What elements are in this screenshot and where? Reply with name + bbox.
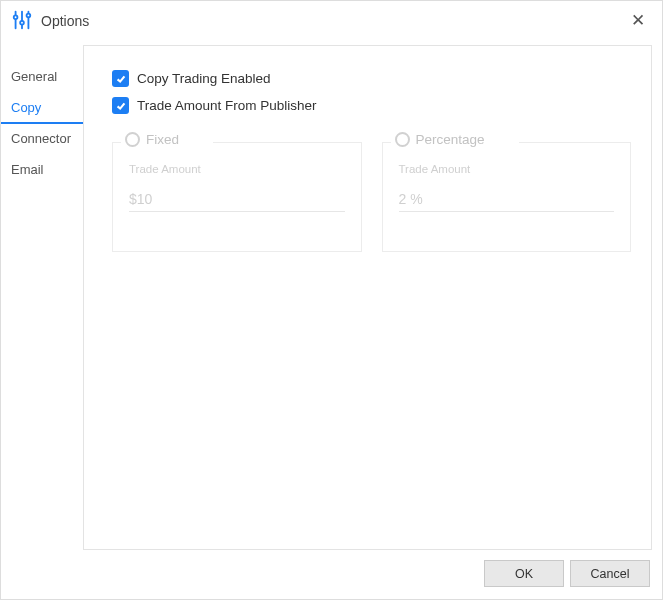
tab-connector[interactable]: Connector — [1, 123, 83, 154]
checkbox-copy-trading-enabled[interactable] — [112, 70, 129, 87]
fieldset-fixed: Fixed Trade Amount — [112, 142, 362, 252]
legend-percentage: Percentage — [391, 132, 519, 147]
legend-fixed-text: Fixed — [146, 132, 179, 147]
ok-button[interactable]: OK — [484, 560, 564, 587]
content-outer: Copy Trading Enabled Trade Amount From P… — [83, 39, 662, 550]
options-dialog: Options ✕ General Copy Connector Email C… — [0, 0, 663, 600]
title-left: Options — [11, 9, 89, 34]
content-panel: Copy Trading Enabled Trade Amount From P… — [83, 45, 652, 550]
field-label-fixed: Trade Amount — [129, 163, 345, 175]
checkbox-trade-amount-from-publisher[interactable] — [112, 97, 129, 114]
trade-amount-fieldsets: Fixed Trade Amount Percentage Trade Amou… — [112, 142, 631, 252]
tab-email[interactable]: Email — [1, 154, 83, 185]
legend-fixed: Fixed — [121, 132, 213, 147]
close-button[interactable]: ✕ — [626, 9, 650, 33]
radio-percentage[interactable] — [395, 132, 410, 147]
svg-point-5 — [27, 13, 31, 17]
checkbox-label: Trade Amount From Publisher — [137, 98, 317, 113]
sidebar: General Copy Connector Email — [1, 39, 83, 550]
checkbox-label: Copy Trading Enabled — [137, 71, 271, 86]
cancel-button[interactable]: Cancel — [570, 560, 650, 587]
checkbox-row-copy-trading: Copy Trading Enabled — [112, 70, 631, 87]
input-fixed-amount[interactable] — [129, 189, 345, 212]
window-title: Options — [41, 13, 89, 29]
tab-copy[interactable]: Copy — [1, 92, 83, 123]
titlebar: Options ✕ — [1, 1, 662, 39]
body: General Copy Connector Email Copy Tradin… — [1, 39, 662, 550]
checkbox-row-trade-amount-publisher: Trade Amount From Publisher — [112, 97, 631, 114]
radio-fixed[interactable] — [125, 132, 140, 147]
svg-point-3 — [14, 15, 18, 19]
field-label-percentage: Trade Amount — [399, 163, 615, 175]
fieldset-percentage: Percentage Trade Amount — [382, 142, 632, 252]
tab-general[interactable]: General — [1, 61, 83, 92]
sliders-icon — [11, 9, 33, 34]
svg-point-4 — [20, 20, 24, 24]
legend-percentage-text: Percentage — [416, 132, 485, 147]
input-percentage-amount[interactable] — [399, 189, 615, 212]
footer: OK Cancel — [1, 550, 662, 599]
